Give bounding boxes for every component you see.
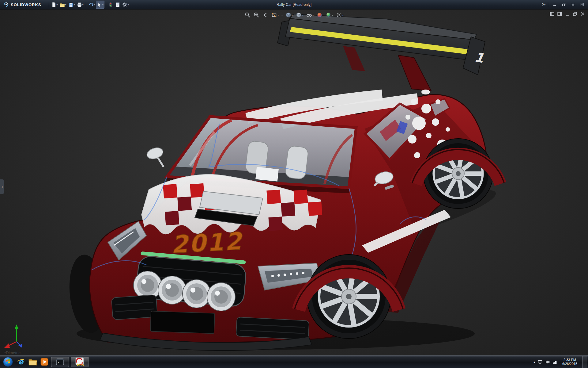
hide-show-items-button[interactable]: ▾ (306, 12, 314, 18)
full-screen-toggle-button[interactable] (578, 2, 586, 7)
select-cursor-icon (97, 2, 102, 7)
close-icon (571, 3, 575, 6)
section-view-button[interactable]: ▾ (271, 12, 279, 18)
help-icon: ? (541, 2, 544, 7)
previous-view-button[interactable] (262, 12, 269, 18)
restore-button[interactable] (560, 2, 568, 7)
solidworks-taskbar-button[interactable]: 2015 (71, 357, 89, 367)
show-desktop-button[interactable] (582, 356, 587, 368)
folder-icon (28, 358, 37, 366)
glasses-icon (306, 12, 312, 18)
rear-wing[interactable]: 1 (277, 14, 485, 91)
view-orientation-label: *Dimetric (4, 351, 21, 355)
rebuild-button[interactable] (107, 1, 114, 9)
display-tray-icon[interactable] (538, 360, 542, 364)
rebuild-icon (108, 2, 113, 7)
doc-restore-icon[interactable] (573, 12, 577, 16)
edit-appearance-button[interactable] (316, 12, 323, 18)
volume-tray-icon[interactable] (545, 360, 550, 364)
command-prompt-taskbar-button[interactable]: >_ (51, 357, 69, 367)
chevron-down-icon[interactable]: ▾ (57, 3, 58, 6)
options-button[interactable]: ▾ (121, 1, 130, 9)
print-button[interactable]: ▾ (76, 1, 85, 9)
chevron-down-icon[interactable]: ▾ (94, 3, 95, 6)
minimize-button[interactable] (551, 2, 559, 7)
view-orientation-cube-icon (285, 12, 291, 18)
view-orientation-button[interactable]: ▾ (285, 12, 293, 18)
pane-right-icon[interactable] (557, 12, 562, 16)
chevron-down-icon[interactable]: ▾ (342, 14, 344, 17)
new-document-icon (51, 2, 56, 7)
show-hidden-icons-button[interactable]: ▴ (534, 360, 535, 363)
divider (49, 2, 49, 7)
print-icon (77, 2, 82, 7)
divider (281, 15, 282, 16)
divider (106, 2, 106, 7)
graphics-area[interactable]: 1 (0, 9, 588, 356)
apply-scene-button[interactable]: ▾ (325, 12, 334, 18)
svg-text:e: e (18, 358, 24, 366)
chevron-down-icon[interactable]: ▾ (128, 3, 129, 6)
internet-explorer-button[interactable]: e (15, 357, 27, 367)
windows-start-icon (3, 357, 13, 367)
rally-car-model[interactable]: 1 (0, 9, 588, 356)
chevron-down-icon[interactable]: ▾ (544, 3, 545, 6)
chevron-down-icon[interactable]: ▾ (74, 3, 75, 6)
doc-minimize-icon[interactable] (565, 12, 570, 16)
view-settings-icon (336, 12, 342, 18)
divider (548, 2, 548, 7)
file-properties-icon (115, 2, 120, 7)
chevron-down-icon[interactable]: ▾ (292, 14, 293, 17)
panel-collapse-tab[interactable]: ◂ (0, 179, 4, 194)
pane-left-icon[interactable] (550, 12, 554, 16)
window-title: Rally Car [Read-only] (277, 2, 311, 7)
taskbar: e >_ 2015 ▴ (0, 355, 588, 368)
network-tray-icon[interactable] (552, 360, 557, 364)
display-style-button[interactable]: ▾ (295, 12, 303, 18)
select-button[interactable]: ▾ (96, 1, 104, 9)
main-toolbar: ▾ ▾ ▾ ▾ ▾ (47, 1, 130, 9)
orientation-triad (2, 323, 29, 350)
help-button[interactable]: ? ▾ (541, 2, 545, 7)
previous-view-icon (262, 12, 268, 18)
open-button[interactable]: ▾ (59, 1, 67, 9)
clock-date: 6/26/2015 (562, 362, 577, 366)
gear-icon (122, 2, 127, 7)
display-style-icon (296, 12, 302, 18)
zoom-to-area-button[interactable] (253, 12, 260, 18)
solidworks-app-icon: 2015 (75, 357, 84, 366)
start-button[interactable] (2, 356, 13, 367)
chevron-down-icon[interactable]: ▾ (302, 14, 303, 17)
zoom-to-fit-icon (244, 12, 251, 18)
chevron-down-icon[interactable]: ▾ (102, 3, 104, 6)
file-properties-button[interactable] (114, 1, 121, 9)
dassault-3ds-logo (3, 2, 9, 8)
restore-icon (562, 3, 566, 6)
media-player-icon (40, 358, 48, 366)
chevron-down-icon[interactable]: ▾ (313, 14, 314, 17)
system-tray: ▴ 2:33 PM 6/26/2015 (534, 356, 588, 368)
save-icon (68, 2, 74, 7)
view-settings-button[interactable]: ▾ (336, 12, 344, 18)
close-button[interactable] (569, 2, 577, 7)
zoom-to-area-icon (253, 12, 259, 18)
brand-text: SOLIDWORKS (11, 2, 41, 7)
zoom-to-fit-button[interactable] (244, 12, 251, 18)
chevron-down-icon[interactable]: ▾ (65, 3, 66, 6)
divider (86, 2, 86, 7)
year-decal: 2012 (171, 227, 244, 259)
chevron-down-icon[interactable]: ▾ (82, 3, 84, 6)
taskbar-clock[interactable]: 2:33 PM 6/26/2015 (560, 358, 580, 366)
undo-icon (88, 2, 93, 7)
file-explorer-button[interactable] (27, 357, 39, 367)
undo-button[interactable]: ▾ (87, 1, 96, 9)
doc-close-icon[interactable] (580, 12, 585, 16)
save-button[interactable]: ▾ (67, 1, 76, 9)
chevron-down-icon[interactable]: ▾ (277, 14, 279, 17)
new-document-button[interactable]: ▾ (50, 1, 59, 9)
minimize-icon (553, 3, 556, 6)
clock-time: 2:33 PM (562, 358, 577, 362)
internet-explorer-icon: e (17, 358, 25, 366)
chevron-down-icon[interactable]: ▾ (332, 14, 333, 17)
media-player-button[interactable] (39, 357, 50, 367)
